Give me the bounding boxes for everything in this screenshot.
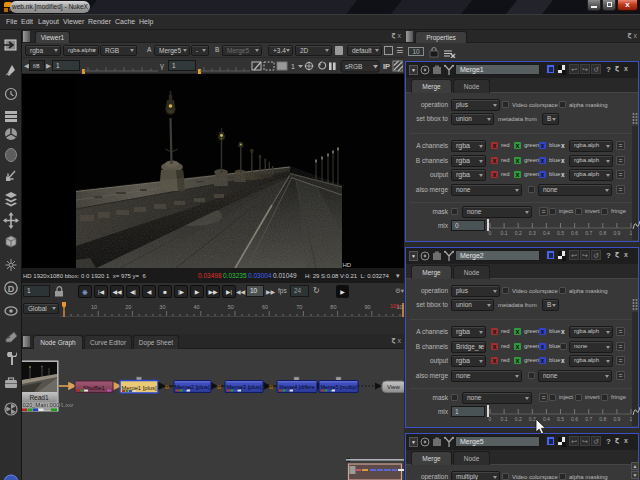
svg-text:0.1: 0.1 [501, 230, 508, 236]
svg-text:0.5: 0.5 [557, 230, 564, 236]
svg-text:Merge1 [plus]: Merge1 [plus] [121, 385, 157, 391]
svg-text:Merge4 [differe: Merge4 [differe [279, 384, 315, 390]
svg-text:0.8: 0.8 [599, 416, 606, 422]
svg-text:1: 1 [291, 63, 295, 70]
svg-text:Merge3 [plus]: Merge3 [plus] [226, 384, 262, 390]
svg-text:020_Main.0001.exr: 020_Main.0001.exr [23, 402, 73, 408]
svg-text:0.6: 0.6 [571, 416, 578, 422]
svg-text:B: B [269, 384, 273, 390]
svg-text:0.7: 0.7 [585, 416, 592, 422]
svg-text:20: 20 [125, 304, 131, 310]
svg-text:B: B [165, 384, 169, 390]
svg-text:0.2: 0.2 [515, 230, 522, 236]
svg-text:0.7: 0.7 [585, 230, 592, 236]
svg-text:80: 80 [330, 304, 336, 310]
svg-text:0.2: 0.2 [515, 416, 522, 422]
svg-text:B: B [217, 384, 221, 390]
svg-text:0: 0 [489, 230, 492, 236]
svg-text:View: View [387, 384, 401, 390]
svg-text:60: 60 [262, 304, 268, 310]
svg-text:90: 90 [365, 304, 371, 310]
svg-text:0: 0 [489, 416, 492, 422]
svg-text:0.5: 0.5 [557, 416, 564, 422]
svg-text:101: 101 [390, 303, 399, 309]
svg-text:IP: IP [383, 62, 390, 71]
svg-text:sRGB: sRGB [345, 63, 362, 70]
svg-text:0.1: 0.1 [501, 416, 508, 422]
svg-text:30: 30 [159, 304, 165, 310]
svg-text:0.8: 0.8 [599, 230, 606, 236]
svg-text:50: 50 [228, 304, 234, 310]
svg-text:40: 40 [194, 304, 200, 310]
svg-text:0.9: 0.9 [613, 416, 620, 422]
svg-text:0.3: 0.3 [529, 230, 536, 236]
svg-text:0.4: 0.4 [543, 230, 550, 236]
svg-text:0.6: 0.6 [571, 230, 578, 236]
svg-text:70: 70 [296, 304, 302, 310]
svg-text:Read1: Read1 [29, 394, 49, 401]
svg-text:Merge5 [multipl: Merge5 [multipl [320, 384, 356, 390]
svg-text:10: 10 [91, 304, 97, 310]
svg-text:0.9: 0.9 [613, 230, 620, 236]
svg-text:D: D [8, 284, 15, 294]
svg-text:Merge2 [plus]: Merge2 [plus] [174, 384, 210, 390]
